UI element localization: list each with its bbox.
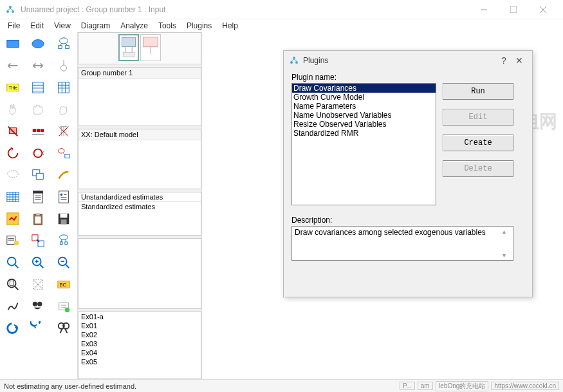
tool-save[interactable] — [52, 209, 75, 229]
tool-dataset[interactable] — [52, 77, 75, 98]
svg-rect-35 — [60, 219, 66, 224]
tool-resize[interactable] — [26, 274, 50, 295]
delete-button[interactable]: Delete — [443, 160, 513, 177]
plugin-item[interactable]: Draw Covariances — [292, 84, 436, 93]
file-item[interactable]: Ex01-a — [78, 312, 201, 321]
file-item[interactable]: Ex03 — [78, 339, 201, 348]
svg-point-5 — [32, 40, 44, 48]
tool-analysis[interactable] — [1, 209, 24, 229]
tool-spreadsheet[interactable] — [1, 187, 24, 207]
dialog-titlebar[interactable]: Plugins ? ✕ — [284, 51, 532, 70]
tool-connector[interactable] — [52, 55, 75, 76]
status-bar: Not estimating any user-defined estimand… — [0, 379, 563, 392]
file-item[interactable]: Ex02 — [78, 330, 201, 339]
svg-point-40 — [59, 235, 68, 239]
svg-rect-42 — [64, 242, 67, 245]
menu-plugins[interactable]: Plugins — [181, 20, 217, 32]
tool-rectangle[interactable] — [1, 33, 24, 54]
tool-find[interactable] — [52, 318, 75, 339]
tool-erase-single[interactable] — [1, 121, 24, 142]
tool-bayesian[interactable]: BC — [52, 274, 75, 295]
tool-rotate-cw[interactable] — [26, 143, 50, 163]
menu-file[interactable]: File — [3, 20, 25, 32]
menu-view[interactable]: View — [49, 20, 76, 32]
plugin-item[interactable]: Growth Curve Model — [292, 93, 436, 102]
menu-analyze[interactable]: Analyze — [115, 20, 153, 32]
file-item[interactable]: Ex01 — [78, 321, 201, 330]
tool-clipboard[interactable] — [26, 209, 50, 229]
tool-fit-page[interactable] — [1, 274, 24, 295]
menu-tools[interactable]: Tools — [153, 20, 181, 32]
dialog-title: Plugins — [303, 56, 496, 65]
tool-latent-var[interactable] — [52, 33, 75, 54]
tool-erase-multi[interactable] — [26, 121, 50, 142]
plugin-item[interactable]: Standardized RMR — [292, 129, 436, 138]
plugin-item[interactable]: Resize Observed Variables — [292, 120, 436, 129]
svg-point-2 — [12, 10, 14, 13]
plugin-item[interactable]: Name Unobserved Variables — [292, 111, 436, 120]
tool-rotate-left[interactable] — [1, 143, 24, 163]
maximize-button[interactable] — [499, 0, 528, 19]
tool-spec-search[interactable] — [26, 318, 50, 339]
title-bar: Unnamed project : Group number 1 : Input — [0, 0, 563, 19]
svg-rect-20 — [64, 154, 69, 158]
edit-button[interactable]: Edit — [443, 109, 513, 126]
estimate-unstandardized[interactable]: Unstandardized estimates — [78, 192, 201, 202]
minimize-button[interactable] — [469, 0, 499, 19]
create-button[interactable]: Create — [443, 135, 513, 151]
tool-right-arrow[interactable] — [26, 55, 50, 76]
tool-loupe[interactable] — [52, 230, 75, 251]
tool-title[interactable]: Title — [1, 77, 24, 98]
plugin-list[interactable]: Draw CovariancesGrowth Curve ModelName P… — [291, 83, 436, 205]
menu-help[interactable]: Help — [217, 20, 243, 32]
tool-touch-up[interactable] — [52, 165, 75, 185]
menu-diagram[interactable]: Diagram — [76, 20, 115, 32]
tool-object-props[interactable] — [1, 230, 24, 251]
tool-zoom-area[interactable] — [1, 252, 24, 273]
groups-header[interactable]: Group number 1 — [78, 68, 201, 79]
tool-shred[interactable] — [52, 121, 75, 142]
thumbnail-output[interactable] — [140, 34, 161, 61]
file-item[interactable]: Ex04 — [78, 348, 201, 357]
svg-point-21 — [8, 171, 19, 178]
close-button[interactable] — [528, 0, 558, 19]
status-seg-2: am — [418, 382, 433, 390]
tool-output[interactable] — [52, 187, 75, 207]
svg-rect-8 — [65, 46, 69, 49]
file-item[interactable]: Ex05 — [78, 357, 201, 366]
run-button[interactable]: Run — [443, 83, 513, 100]
tool-mirror[interactable] — [52, 143, 75, 163]
dialog-close-button[interactable]: ✕ — [512, 55, 527, 66]
tool-multi-group[interactable] — [1, 296, 24, 317]
estimate-standardized[interactable]: Standardized estimates — [78, 202, 201, 211]
tool-properties[interactable] — [26, 187, 50, 207]
description-box[interactable]: Draw covariances among selected exogenou… — [291, 226, 513, 261]
dialog-help-button[interactable]: ? — [496, 55, 512, 66]
tool-drag-props[interactable] — [26, 230, 50, 251]
svg-rect-32 — [35, 216, 41, 223]
thumbnail-input[interactable] — [118, 34, 139, 61]
tool-ellipse[interactable] — [26, 33, 50, 54]
parameters-panel — [78, 238, 201, 309]
plugin-item[interactable]: Name Parameters — [292, 102, 436, 111]
description-text: Draw covariances among selected exogenou… — [295, 228, 486, 237]
svg-rect-17 — [41, 129, 44, 132]
description-scroll[interactable]: ▴▾ — [503, 228, 512, 259]
tool-single-hand[interactable] — [1, 99, 24, 120]
toolbox: TitleBC — [0, 32, 78, 379]
tool-duplicate[interactable] — [26, 165, 50, 185]
menu-edit[interactable]: Edit — [25, 20, 49, 32]
tool-zoom-in[interactable] — [26, 252, 50, 273]
tool-multi-hand[interactable] — [26, 99, 50, 120]
tool-print[interactable] — [26, 296, 50, 317]
svg-rect-13 — [58, 82, 69, 93]
tool-redo[interactable] — [1, 318, 24, 339]
svg-point-18 — [34, 149, 42, 158]
tool-lasso[interactable] — [1, 165, 24, 185]
tool-zoom-out[interactable] — [52, 252, 75, 273]
tool-left-arrow[interactable] — [1, 55, 24, 76]
tool-list-vars[interactable] — [26, 77, 50, 98]
models-header[interactable]: XX: Default model — [78, 129, 201, 140]
tool-grab[interactable] — [52, 99, 75, 120]
tool-undo[interactable] — [52, 296, 75, 317]
